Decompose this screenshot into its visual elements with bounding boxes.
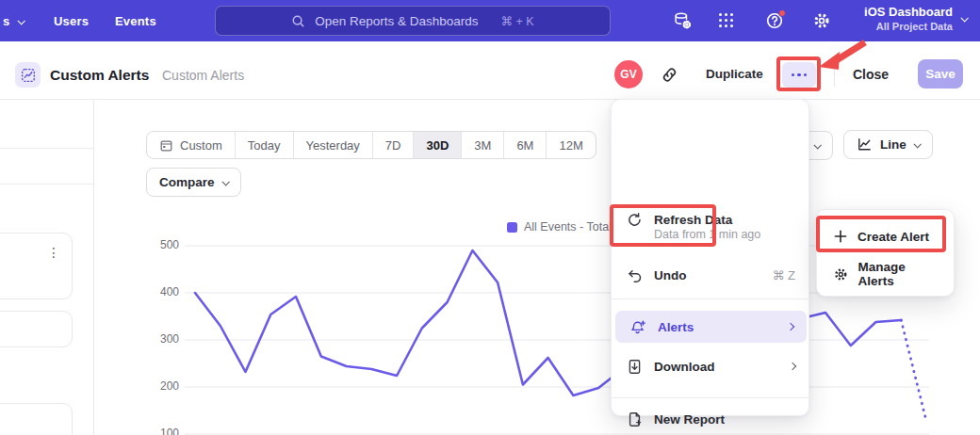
sidebar-query-card[interactable] [0, 311, 73, 347]
chevron-right-icon [789, 362, 796, 370]
chevron-down-icon [221, 178, 229, 185]
plus-icon [833, 229, 848, 244]
date-range-custom[interactable]: Custom [147, 132, 236, 158]
report-options-menu: Refresh Data Data from 1 min ago Undo ⌘ … [611, 99, 809, 416]
compare-button[interactable]: Compare [146, 168, 241, 197]
download-icon [627, 359, 643, 375]
nav-item-users[interactable]: Users [54, 14, 89, 28]
undo-shortcut: ⌘ Z [772, 268, 795, 282]
search-placeholder: Open Reports & Dashboards [315, 14, 478, 28]
refresh-icon [627, 212, 643, 228]
sidebar-query-card[interactable] [0, 403, 73, 435]
apps-grid-icon[interactable] [719, 11, 738, 30]
more-options-button[interactable] [782, 62, 816, 88]
sidebar-row-divider [0, 184, 93, 185]
menu-item-alerts[interactable]: Alerts [615, 311, 807, 343]
sidebar-query-card[interactable] [0, 233, 73, 299]
chevron-down-icon [960, 14, 968, 22]
date-range-30d-selected[interactable]: 30D [414, 132, 462, 158]
top-navigation: s Users Events Open Reports & Dashboards… [0, 0, 980, 41]
nav-item-events[interactable]: Events [115, 14, 156, 28]
menu-item-download[interactable]: Download [612, 350, 808, 382]
date-range-yesterday[interactable]: Yesterday [294, 132, 373, 158]
help-icon[interactable] [765, 11, 784, 30]
insights-report-icon [15, 62, 41, 88]
alerts-submenu: Create Alert Manage Alerts [816, 209, 955, 297]
gear-icon [833, 266, 849, 282]
date-range-7d[interactable]: 7D [373, 132, 415, 158]
project-name: iOS Dashboard [864, 5, 953, 19]
line-chart-icon [857, 137, 873, 153]
refresh-subtitle: Data from 1 min ago [654, 228, 760, 241]
ellipsis-icon [792, 73, 795, 77]
header-separator [834, 62, 835, 87]
menu-item-undo[interactable]: Undo ⌘ Z [612, 256, 808, 294]
menu-divider [612, 397, 808, 398]
search-icon [291, 14, 305, 28]
alert-bell-plus-icon [630, 319, 646, 335]
notification-dot [778, 9, 786, 17]
date-range-segmented-control: Custom Today Yesterday 7D 30D 3M 6M 12M [146, 131, 596, 159]
project-switcher[interactable]: iOS Dashboard All Project Data [864, 5, 967, 32]
page-title: Custom Alerts [50, 67, 149, 84]
avatar[interactable]: GV [614, 60, 643, 89]
close-button[interactable]: Close [853, 67, 889, 82]
chevron-down-icon [18, 17, 25, 24]
date-range-today[interactable]: Today [236, 132, 294, 158]
kebab-menu-icon[interactable]: ⋮ [47, 245, 60, 260]
date-range-3m[interactable]: 3M [462, 132, 504, 158]
settings-gear-icon[interactable] [812, 11, 831, 30]
save-button[interactable]: Save [918, 59, 963, 89]
search-shortcut: ⌘ + K [501, 14, 534, 28]
menu-divider [612, 298, 808, 299]
submenu-item-manage-alerts[interactable]: Manage Alerts [817, 257, 954, 291]
series-dotted-projection [901, 320, 926, 421]
chevron-down-icon [913, 140, 921, 148]
undo-icon [627, 267, 643, 283]
data-management-icon[interactable] [673, 11, 692, 30]
date-range-12m[interactable]: 12M [547, 132, 595, 158]
menu-item-new-report[interactable]: New Report [612, 403, 808, 435]
breadcrumb: Custom Alerts [162, 68, 244, 83]
new-report-icon [627, 411, 643, 427]
report-header: Custom Alerts Custom Alerts GV Duplicate… [0, 41, 980, 100]
calendar-icon [159, 138, 173, 153]
chevron-right-icon [787, 323, 794, 330]
nav-item-boards-partial[interactable]: s [3, 14, 24, 28]
date-range-6m[interactable]: 6M [504, 132, 547, 158]
submenu-item-create-alert[interactable]: Create Alert [817, 219, 954, 253]
chart-type-button[interactable]: Line [843, 130, 933, 159]
chevron-down-icon [813, 141, 821, 149]
sidebar-row-divider [0, 148, 93, 149]
project-scope: All Project Data [864, 21, 953, 32]
duplicate-button[interactable]: Duplicate [706, 67, 763, 81]
search-input[interactable]: Open Reports & Dashboards ⌘ + K [215, 6, 611, 36]
copy-link-icon[interactable] [661, 66, 678, 84]
